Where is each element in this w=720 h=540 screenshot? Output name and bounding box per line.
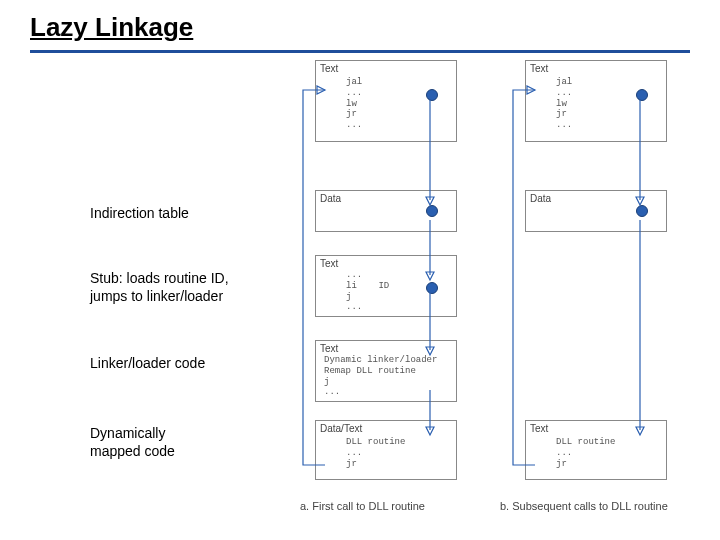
- title-rule: [30, 50, 690, 53]
- box-a-linker: Text Dynamic linker/loader Remap DLL rou…: [315, 340, 457, 402]
- caption-b: b. Subsequent calls to DLL routine: [500, 500, 668, 512]
- box-b-data: Data: [525, 190, 667, 232]
- box-a-data: Data: [315, 190, 457, 232]
- label-linker: Linker/loader code: [90, 355, 205, 373]
- box-b-text-title: Text: [530, 63, 548, 74]
- box-b-dll-code: DLL routine ... jr: [556, 437, 615, 469]
- box-a-stub-code: ... li ID j ...: [346, 270, 389, 313]
- box-a-dll-code: DLL routine ... jr: [346, 437, 405, 469]
- dot-b-text: [636, 89, 648, 101]
- caption-a: a. First call to DLL routine: [300, 500, 425, 512]
- label-indirection: Indirection table: [90, 205, 189, 223]
- dot-a-stub: [426, 282, 438, 294]
- box-a-text-title: Text: [320, 63, 338, 74]
- box-b-dll: Text DLL routine ... jr: [525, 420, 667, 480]
- box-b-text: Text jal ... lw jr ...: [525, 60, 667, 142]
- box-b-text-code: jal ... lw jr ...: [556, 77, 572, 131]
- panel-a: Text jal ... lw jr ... Data Text ... li …: [295, 60, 475, 510]
- box-a-dll: Data/Text DLL routine ... jr: [315, 420, 457, 480]
- label-stub: Stub: loads routine ID, jumps to linker/…: [90, 270, 229, 305]
- box-a-text: Text jal ... lw jr ...: [315, 60, 457, 142]
- box-a-linker-code: Dynamic linker/loader Remap DLL routine …: [324, 355, 437, 398]
- dot-a-text: [426, 89, 438, 101]
- box-a-dll-title: Data/Text: [320, 423, 362, 434]
- box-a-stub: Text ... li ID j ...: [315, 255, 457, 317]
- dot-a-data: [426, 205, 438, 217]
- slide-title: Lazy Linkage: [30, 12, 193, 43]
- dot-b-data: [636, 205, 648, 217]
- box-a-linker-title: Text: [320, 343, 338, 354]
- label-mapped: Dynamically mapped code: [90, 425, 175, 460]
- box-b-data-title: Data: [530, 193, 551, 204]
- box-a-data-title: Data: [320, 193, 341, 204]
- panel-b: Text jal ... lw jr ... Data Text DLL rou…: [505, 60, 685, 510]
- box-a-stub-title: Text: [320, 258, 338, 269]
- box-b-dll-title: Text: [530, 423, 548, 434]
- box-a-text-code: jal ... lw jr ...: [346, 77, 362, 131]
